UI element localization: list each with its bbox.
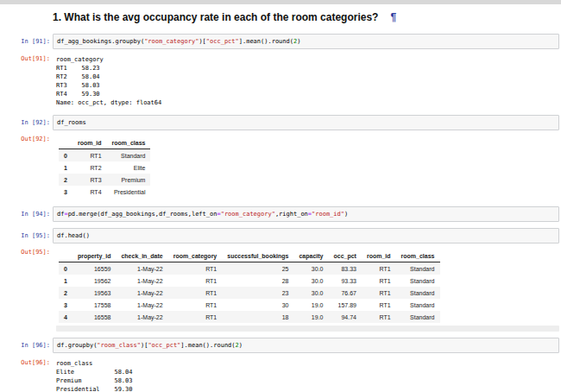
code-input-92[interactable]: df_rooms [53, 115, 559, 130]
table-cell: Standard [396, 262, 440, 275]
table-cell: Presidential [107, 186, 151, 198]
table-cell: Standard [396, 275, 440, 287]
code-cell-96[interactable]: In [96]: df.groupby("room_class")["occ_p… [0, 338, 559, 353]
row-index-cell: 3 [59, 299, 72, 311]
code-cell-94[interactable]: In [94]: df=pd.merge(df_agg_bookings,df_… [0, 206, 559, 222]
code-token: pd.merge(df_agg_bookings,df_rooms,left_o… [68, 211, 217, 218]
horizontal-scrollbar[interactable] [56, 326, 559, 332]
input-prompt-91: In [91]: [0, 34, 53, 46]
question-heading: 1. What is the avg occupancy rate in eac… [53, 11, 559, 23]
heading-anchor-link[interactable]: ¶ [390, 11, 396, 23]
output-area-95: Out[95]: property_idcheck_in_dateroom_ca… [0, 246, 559, 332]
code-input-91[interactable]: df_agg_bookings.groupby("room_category")… [53, 34, 559, 49]
table-cell: RT1 [168, 287, 223, 299]
row-index-cell: 1 [59, 275, 72, 287]
markdown-cell[interactable]: 1. What is the avg occupancy rate in eac… [0, 4, 559, 32]
table-cell: 157.89 [328, 299, 361, 311]
table-row: 2195631-May-22RT12330.076.67RT1Standard [59, 287, 440, 299]
table-cell: 28 [222, 275, 293, 287]
table-row: 1195621-May-22RT12830.093.33RT1Standard [59, 275, 440, 287]
table-cell: RT4 [72, 186, 107, 198]
output-prompt-91: Out[91]: [0, 53, 53, 63]
row-index-cell: 1 [59, 161, 72, 174]
table-cell: 1-May-22 [116, 311, 167, 323]
table-row: 4165581-May-22RT11819.094.74RT1Standard [59, 311, 440, 323]
table-cell: RT1 [362, 262, 396, 275]
table-cell: RT1 [168, 311, 223, 323]
table-header-row: room_idroom_class [59, 136, 150, 149]
code-cell-92[interactable]: In [92]: df_rooms [0, 115, 559, 130]
table-cell: Premium [107, 174, 151, 186]
output-prompt-92: Out[92]: [0, 133, 53, 143]
table-cell: RT1 [362, 299, 396, 311]
code-token: "room_category" [144, 38, 199, 45]
output-area-96: Out[96]: room_class Elite 58.04 Premium … [0, 357, 559, 392]
table-cell: Standard [396, 287, 440, 299]
table-header-cell: occ_pct [328, 250, 361, 262]
table-header-cell [59, 136, 72, 149]
code-line: df.groupby("room_class")["occ_pct"].mean… [57, 341, 555, 350]
code-input-96[interactable]: df.groupby("room_class")["occ_pct"].mean… [53, 338, 559, 353]
table-header-cell: check_in_date [116, 250, 167, 262]
table-cell: 19562 [72, 275, 117, 287]
table-row: 1RT2Elite [59, 161, 150, 174]
table-cell: 30.0 [293, 275, 328, 287]
table-cell: 30.0 [293, 262, 328, 275]
code-token: ,right_on [275, 211, 308, 218]
table-cell: Elite [107, 161, 151, 174]
table-header-row: property_idcheck_in_dateroom_categorysuc… [59, 250, 440, 262]
table-header-cell: capacity [293, 250, 328, 262]
dataframe-rooms: room_idroom_class0RT1Standard1RT2Elite2R… [59, 136, 150, 198]
table-cell: 93.33 [328, 275, 361, 287]
table-cell: 19.0 [293, 311, 328, 323]
code-line: df_agg_bookings.groupby("room_category")… [57, 37, 555, 46]
code-cell-91[interactable]: In [91]: df_agg_bookings.groupby("room_c… [0, 34, 559, 49]
table-row: 3RT4Presidential [59, 186, 150, 198]
code-line: df_rooms [57, 118, 555, 127]
code-token: "occ_pct" [148, 342, 180, 349]
table-cell: 19.0 [293, 299, 328, 311]
code-token: "room_id" [312, 211, 344, 218]
row-index-cell: 0 [59, 262, 72, 275]
row-index-cell: 2 [59, 287, 72, 299]
code-token: df.groupby( [57, 342, 97, 349]
series-output-96: room_class Elite 58.04 Premium 58.03 Pre… [56, 359, 559, 392]
code-token: df_agg_bookings.groupby( [57, 38, 144, 45]
table-cell: RT2 [72, 161, 107, 174]
code-token: ) [239, 342, 243, 349]
table-cell: RT1 [168, 299, 223, 311]
input-prompt-96: In [96]: [0, 338, 53, 350]
input-prompt-92: In [92]: [0, 115, 53, 127]
table-header-cell: room_class [107, 136, 151, 149]
table-cell: Standard [396, 311, 440, 323]
output-area-92: Out[92]: room_idroom_class0RT1Standard1R… [0, 133, 559, 198]
table-cell: 94.74 [328, 311, 361, 323]
output-prompt-95: Out[95]: [0, 246, 53, 256]
dataframe-head: property_idcheck_in_dateroom_categorysuc… [59, 250, 440, 323]
table-cell: 83.33 [328, 262, 361, 275]
table-cell: RT1 [362, 311, 396, 323]
table-cell: RT1 [168, 262, 223, 275]
code-token: df_rooms [57, 119, 86, 126]
table-header-cell: room_category [168, 250, 223, 262]
row-index-cell: 3 [59, 186, 72, 198]
table-cell: 30.0 [293, 287, 328, 299]
code-token: df.head() [57, 232, 90, 239]
code-input-95[interactable]: df.head() [53, 228, 559, 243]
code-cell-95[interactable]: In [95]: df.head() [0, 228, 559, 243]
table-cell: 16559 [72, 262, 117, 275]
table-cell: 17558 [72, 299, 117, 311]
code-token: ) [344, 211, 348, 218]
table-cell: 1-May-22 [116, 275, 167, 287]
input-prompt-95: In [95]: [0, 228, 53, 240]
code-token: )[ [199, 38, 205, 45]
table-cell: 19563 [72, 287, 117, 299]
code-token: ].mean().round( [239, 38, 293, 45]
code-token: ) [297, 38, 300, 45]
code-token: "occ_pct" [206, 38, 239, 45]
table-header-cell: successful_bookings [222, 250, 293, 262]
code-input-94[interactable]: df=pd.merge(df_agg_bookings,df_rooms,lef… [53, 206, 559, 222]
table-cell: 16558 [72, 311, 117, 323]
code-line: df=pd.merge(df_agg_bookings,df_rooms,lef… [57, 210, 555, 218]
table-cell: 23 [222, 287, 293, 299]
